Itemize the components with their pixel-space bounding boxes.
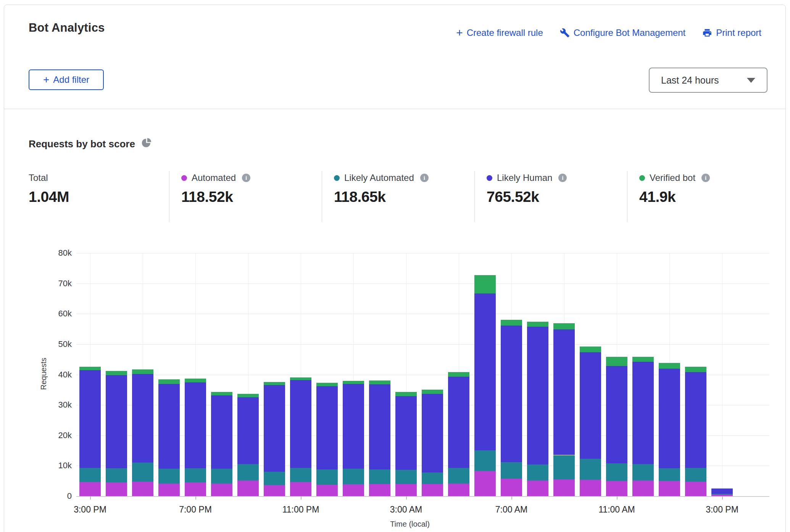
bar-segment[interactable] [395,396,417,470]
add-filter-button[interactable]: + Add filter [29,69,104,90]
bar-segment[interactable] [316,469,338,485]
bar-segment[interactable] [211,395,232,469]
bar-segment[interactable] [185,382,206,468]
bar-segment[interactable] [685,367,706,372]
bar-segment[interactable] [343,484,364,496]
bar-segment[interactable] [659,369,680,468]
bar-segment[interactable] [474,450,496,471]
bar-segment[interactable] [527,327,548,464]
bar-segment[interactable] [106,375,127,468]
bar-segment[interactable] [185,482,206,496]
bar-segment[interactable] [264,472,285,485]
bar-segment[interactable] [264,385,285,472]
bar-segment[interactable] [132,369,153,374]
bar-segment[interactable] [422,484,443,496]
bar-segment[interactable] [316,485,338,496]
bar-segment[interactable] [369,484,390,496]
bar-segment[interactable] [290,468,311,482]
bar-segment[interactable] [369,380,390,384]
bar-segment[interactable] [290,377,311,380]
bar-segment[interactable] [527,322,548,327]
bar-segment[interactable] [158,379,180,384]
bar-segment[interactable] [580,480,601,496]
bar-segment[interactable] [632,480,654,496]
bar-segment[interactable] [501,326,522,462]
bar-segment[interactable] [106,482,127,496]
bar-segment[interactable] [422,472,443,484]
bar-segment[interactable] [290,380,311,468]
bar-segment[interactable] [474,275,496,293]
bar-segment[interactable] [553,323,575,329]
bar-segment[interactable] [316,383,338,386]
bar-segment[interactable] [211,392,232,395]
bar-segment[interactable] [369,469,390,484]
bar-segment[interactable] [79,482,101,496]
bar-segment[interactable] [422,390,443,394]
bar-segment[interactable] [343,469,364,484]
bar-segment[interactable] [606,357,627,366]
bar-segment[interactable] [422,394,443,472]
bar-segment[interactable] [158,384,180,469]
bar-segment[interactable] [395,392,417,396]
bar-segment[interactable] [395,470,417,484]
bar-segment[interactable] [185,379,206,382]
bar-segment[interactable] [685,468,706,482]
info-icon[interactable]: i [420,174,429,182]
bar-segment[interactable] [685,482,706,496]
info-icon[interactable]: i [558,174,567,182]
bar-segment[interactable] [132,482,153,496]
bar-segment[interactable] [501,479,522,496]
bar-segment[interactable] [343,384,364,469]
bar-segment[interactable] [343,381,364,384]
time-range-select[interactable]: Last 24 hours [649,68,767,93]
bar-segment[interactable] [158,484,180,496]
bar-segment[interactable] [79,468,101,482]
bar-segment[interactable] [580,352,601,459]
bar-segment[interactable] [237,480,259,496]
bar-segment[interactable] [211,484,232,496]
bar-segment[interactable] [553,455,575,480]
create-firewall-rule-link[interactable]: + Create firewall rule [456,27,543,38]
info-icon[interactable]: i [242,174,250,182]
bar-segment[interactable] [316,386,338,469]
bar-segment[interactable] [106,468,127,482]
bar-segment[interactable] [237,397,259,464]
bar-segment[interactable] [501,320,522,326]
bar-segment[interactable] [711,488,733,494]
bar-segment[interactable] [448,484,469,496]
bar-segment[interactable] [395,484,417,496]
bar-segment[interactable] [580,459,601,480]
bar-segment[interactable] [237,464,259,480]
bar-segment[interactable] [132,374,153,463]
bar-segment[interactable] [211,469,232,484]
bar-segment[interactable] [553,479,575,496]
bar-segment[interactable] [448,377,469,468]
bar-segment[interactable] [448,372,469,377]
bar-segment[interactable] [79,367,101,371]
bar-segment[interactable] [369,384,390,469]
configure-bot-management-link[interactable]: Configure Bot Management [560,27,686,38]
bar-segment[interactable] [474,293,496,450]
bar-segment[interactable] [106,371,127,375]
bar-segment[interactable] [264,485,285,496]
bar-segment[interactable] [606,481,627,496]
bar-segment[interactable] [132,463,153,481]
bar-segment[interactable] [290,482,311,496]
bar-segment[interactable] [474,471,496,496]
bar-segment[interactable] [448,468,469,484]
bar-segment[interactable] [527,464,548,480]
bar-segment[interactable] [659,363,680,369]
bar-segment[interactable] [606,463,627,481]
bar-segment[interactable] [685,372,706,468]
bar-segment[interactable] [580,347,601,352]
bar-segment[interactable] [553,329,575,455]
bar-segment[interactable] [711,495,733,496]
bar-segment[interactable] [711,494,733,495]
bar-segment[interactable] [632,464,654,480]
bar-segment[interactable] [185,468,206,482]
bar-segment[interactable] [632,362,654,464]
print-report-link[interactable]: Print report [702,27,761,38]
bar-segment[interactable] [264,382,285,385]
bar-segment[interactable] [158,469,180,483]
bar-segment[interactable] [501,462,522,479]
